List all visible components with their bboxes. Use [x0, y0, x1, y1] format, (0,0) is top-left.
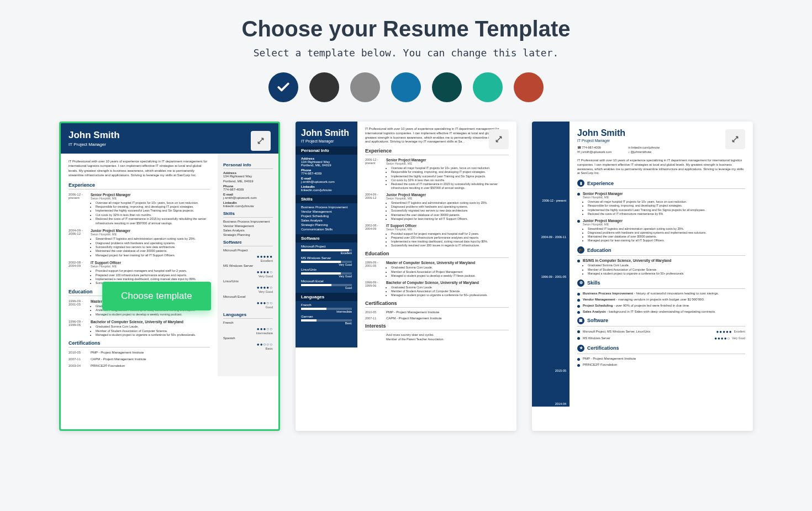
- expand-button[interactable]: [725, 129, 745, 149]
- color-picker: [11, 72, 801, 102]
- color-swatch[interactable]: [514, 72, 544, 102]
- expand-icon: [495, 135, 503, 143]
- section-experience: ▮Experience: [577, 180, 745, 189]
- briefcase-icon: ▮: [577, 180, 584, 187]
- page-subtitle: Select a template below. You can change …: [11, 47, 801, 59]
- resume-role: IT Project Manager: [68, 142, 271, 147]
- section-certifications: Certifications: [365, 301, 509, 308]
- template-gallery: Choose template John Smith IT Project Ma…: [11, 122, 801, 431]
- section-personal-info: Personal Info: [223, 162, 273, 169]
- resume-summary: IT Professional with over 10 years of ex…: [577, 159, 745, 176]
- monitor-icon: ▣: [577, 317, 584, 324]
- job-entry: 2004-09 - 2006-12Junior Project ManagerS…: [68, 229, 210, 257]
- template-card-3[interactable]: 2006-12 - present2004-09 - 2006-111996-0…: [532, 122, 753, 431]
- choose-template-button[interactable]: Choose template: [102, 282, 211, 310]
- page-title: Choose your Resume Template: [11, 17, 801, 41]
- resume-summary: IT Professional with over 10 years of ex…: [365, 127, 509, 144]
- resume-name: John Smith: [301, 128, 352, 138]
- graduation-icon: 🎓: [577, 246, 584, 254]
- color-swatch[interactable]: [268, 72, 298, 102]
- job-entry: Senior Project ManagerSeton Hospital, ME…: [577, 192, 745, 216]
- color-swatch[interactable]: [473, 72, 503, 102]
- template-card-2[interactable]: John Smith IT Project Manager Personal I…: [296, 122, 516, 431]
- section-software: Software: [223, 240, 273, 246]
- job-entry: 2002-08 - 2004-09IT Support OfficerSeton…: [365, 224, 509, 248]
- cog-icon: ⚙: [577, 280, 584, 287]
- expand-button[interactable]: [489, 129, 509, 149]
- section-certifications: ★Certifications: [577, 345, 745, 354]
- section-software: ▣Software: [577, 317, 745, 326]
- check-icon: [276, 80, 291, 94]
- section-experience: Experience: [68, 182, 210, 189]
- job-entry: Junior Project ManagerSeton Hospital, ME…: [577, 219, 745, 243]
- resume-role: IT Project Manager: [577, 139, 745, 143]
- section-education: Education: [365, 251, 509, 258]
- expand-icon: [257, 137, 265, 145]
- job-entry: 1999-09 - 2001-05Master of Computer Scie…: [365, 261, 509, 277]
- color-swatch[interactable]: [391, 72, 421, 102]
- job-entry: 1996-09 - 1999-06Bachelor of Computer Sc…: [365, 281, 509, 297]
- job-entry: 2006-12 - presentSenior Project ManagerS…: [68, 193, 210, 226]
- section-experience: Experience: [365, 148, 509, 155]
- template-card-1[interactable]: Choose template John Smith IT Project Ma…: [59, 122, 280, 431]
- expand-icon: [731, 135, 739, 143]
- section-languages: Languages: [223, 312, 273, 319]
- job-entry: BS/MS in Computer Science, University of…: [577, 259, 745, 275]
- job-entry: 2004-09 - 2006-12Junior Project ManagerS…: [365, 193, 509, 221]
- ribbon-icon: ★: [577, 345, 584, 352]
- section-certifications: Certifications: [68, 340, 210, 347]
- section-skills: Skills: [223, 211, 273, 218]
- resume-summary: IT Professional with over 10 years of ex…: [68, 159, 210, 178]
- resume-role: IT Project Manager: [301, 139, 352, 143]
- section-education: 🎓Education: [577, 246, 745, 256]
- section-skills: ⚙Skills: [577, 280, 745, 289]
- color-swatch[interactable]: [432, 72, 462, 102]
- color-swatch[interactable]: [350, 72, 380, 102]
- expand-button[interactable]: [251, 131, 271, 151]
- resume-name: John Smith: [68, 130, 271, 141]
- color-swatch[interactable]: [309, 72, 339, 102]
- section-interests: Interests: [365, 323, 509, 330]
- job-entry: 1996-09 - 1999-06Bachelor of Computer Sc…: [68, 320, 210, 337]
- job-entry: 2006-12 - presentSenior Project ManagerS…: [365, 158, 509, 190]
- resume-name: John Smith: [577, 128, 745, 138]
